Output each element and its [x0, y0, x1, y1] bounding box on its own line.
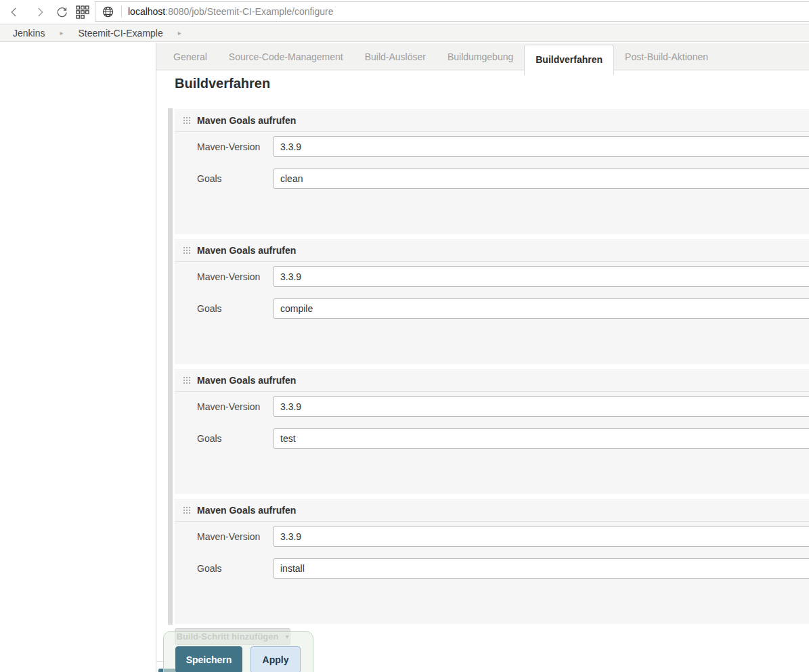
browser-refresh-icon[interactable]: [54, 5, 69, 20]
maven-version-label: Maven-Version: [197, 401, 274, 412]
config-tab[interactable]: Post-Build-Aktionen: [614, 43, 719, 70]
browser-forward-icon[interactable]: [32, 5, 47, 20]
maven-version-row: Maven-Version: [197, 266, 809, 287]
config-tab[interactable]: Buildumgebung: [437, 43, 524, 70]
maven-version-label: Maven-Version: [197, 531, 274, 542]
jenkins-configure-page: localhost:8080/job/Steemit-CI-Example/co…: [0, 0, 809, 672]
url-path: :8080/job/Steemit-CI-Example/configure: [165, 6, 333, 17]
build-step-header: Maven Goals aufrufen: [175, 239, 809, 262]
address-divider: [121, 5, 122, 18]
maven-version-row: Maven-Version: [197, 396, 809, 417]
maven-version-label: Maven-Version: [197, 271, 274, 282]
maven-version-select[interactable]: [274, 396, 809, 417]
maven-version-row: Maven-Version: [197, 136, 809, 157]
config-tab[interactable]: General: [162, 43, 218, 70]
globe-icon: [102, 5, 114, 18]
build-step-title: Maven Goals aufrufen: [197, 375, 296, 386]
build-step-section: Maven Goals aufrufen Maven-Version Goals: [175, 499, 809, 624]
breadcrumb-separator-icon: ▸: [45, 29, 78, 37]
build-step-section: Maven Goals aufrufen Maven-Version Goals: [175, 109, 809, 234]
build-step-header: Maven Goals aufrufen: [175, 499, 809, 522]
browser-toolbar: localhost:8080/job/Steemit-CI-Example/co…: [0, 0, 809, 24]
maven-version-select[interactable]: [274, 526, 809, 547]
goals-input[interactable]: [274, 169, 809, 189]
config-tab[interactable]: Buildverfahren: [524, 45, 614, 75]
config-tab[interactable]: Build-Auslöser: [354, 43, 437, 70]
url-host: localhost: [128, 6, 165, 17]
apply-button[interactable]: Apply: [250, 646, 301, 672]
goals-input[interactable]: [274, 428, 809, 449]
maven-version-label: Maven-Version: [197, 141, 274, 152]
config-tab[interactable]: Source-Code-Management: [218, 43, 354, 70]
maven-version-row: Maven-Version: [197, 526, 809, 547]
goals-row: Goals: [197, 428, 809, 449]
goals-label: Goals: [197, 303, 274, 314]
browser-apps-grid-icon[interactable]: [75, 5, 90, 20]
url-text: localhost:8080/job/Steemit-CI-Example/co…: [128, 6, 334, 17]
goals-label: Goals: [197, 173, 274, 184]
save-button[interactable]: Speichern: [175, 646, 242, 672]
goals-row: Goals: [197, 298, 809, 319]
goals-label: Goals: [197, 433, 274, 444]
build-step-section: Maven Goals aufrufen Maven-Version Goals: [175, 369, 809, 494]
goals-label: Goals: [197, 563, 274, 574]
breadcrumb-item: Steemit-CI-Example ▸: [79, 28, 196, 39]
breadcrumb-link[interactable]: Steemit-CI-Example: [79, 28, 163, 39]
maven-version-select[interactable]: [274, 266, 809, 287]
build-step-section: Maven Goals aufrufen Maven-Version Goals: [175, 239, 809, 364]
drag-handle-icon[interactable]: [182, 376, 192, 385]
breadcrumb: Jenkins ▸ Steemit-CI-Example ▸: [0, 24, 809, 42]
build-steps-drag-strip: [168, 108, 173, 625]
config-panel: General Source-Code-Management Build-Aus…: [156, 43, 809, 672]
build-step-header: Maven Goals aufrufen: [175, 109, 809, 132]
drag-handle-icon[interactable]: [182, 116, 192, 125]
goals-row: Goals: [197, 169, 809, 189]
build-step-title: Maven Goals aufrufen: [197, 245, 296, 256]
maven-version-select[interactable]: [274, 136, 809, 157]
build-steps-list: Maven Goals aufrufen Maven-Version Goals…: [175, 109, 809, 629]
build-step-title: Maven Goals aufrufen: [197, 115, 296, 126]
breadcrumb-link[interactable]: Jenkins: [13, 28, 45, 39]
drag-handle-icon[interactable]: [182, 246, 192, 255]
page-title: Buildverfahren: [175, 76, 270, 91]
breadcrumb-separator-icon: ▸: [163, 29, 196, 37]
build-step-header: Maven Goals aufrufen: [175, 369, 809, 392]
browser-back-icon[interactable]: [7, 5, 22, 20]
build-step-title: Maven Goals aufrufen: [197, 505, 296, 516]
config-tab-bar: General Source-Code-Management Build-Aus…: [156, 43, 809, 70]
address-bar[interactable]: localhost:8080/job/Steemit-CI-Example/co…: [95, 1, 809, 22]
goals-input[interactable]: [274, 558, 809, 579]
goals-input[interactable]: [274, 298, 809, 319]
drag-handle-icon[interactable]: [182, 506, 192, 515]
goals-row: Goals: [197, 558, 809, 579]
breadcrumb-item: Jenkins ▸: [13, 28, 79, 39]
